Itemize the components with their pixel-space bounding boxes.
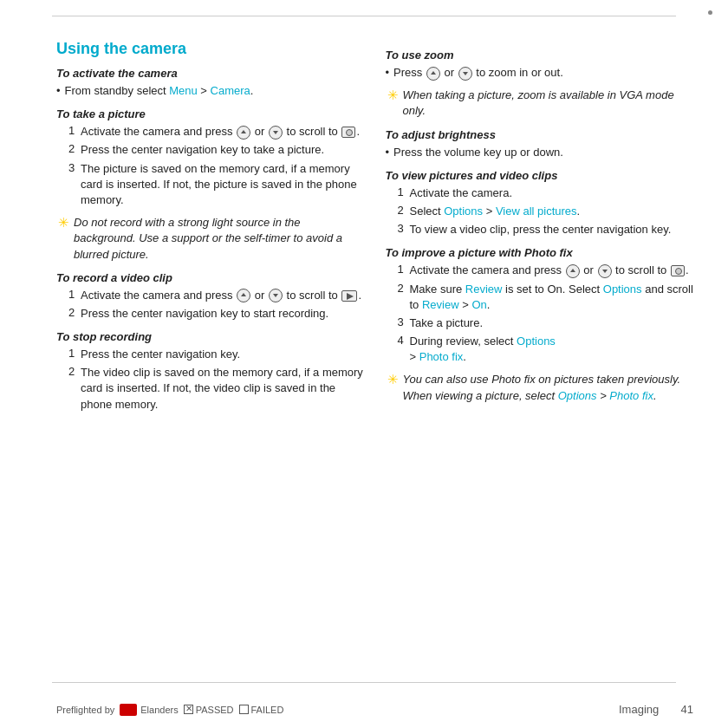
nav-down-icon-pf	[598, 264, 612, 278]
zoom-text: Press or to zoom in or out.	[393, 65, 693, 81]
stop-recording-1-text: Press the center navigation key.	[81, 347, 365, 362]
subsection-stop-recording: To stop recording	[56, 330, 365, 343]
activate-text: From standby select Menu > Camera.	[65, 83, 365, 99]
record-video-1-text: Activate the camera and press or to scro…	[81, 288, 365, 303]
stop-recording-1: 1 Press the center navigation key.	[68, 347, 365, 362]
footer-left: Preflighted by Elanders PASSED FAILED	[56, 704, 283, 716]
nav-up-icon	[237, 126, 250, 140]
num-vp-2: 2	[398, 204, 410, 217]
top-border	[52, 16, 676, 16]
num-1: 1	[68, 124, 81, 137]
camera-icon-pf	[671, 265, 685, 276]
elanders-icon	[120, 704, 137, 716]
bottom-border	[52, 682, 676, 683]
photo-fix-1: 1 Activate the camera and press or to sc…	[398, 263, 694, 278]
passed-label: PASSED	[196, 705, 234, 715]
photo-fix-2: 2 Make sure Review is set to On. Select …	[398, 282, 694, 313]
page-container: Using the camera To activate the camera …	[0, 0, 728, 728]
failed-label: FAILED	[251, 705, 284, 715]
on-link: On	[471, 298, 486, 311]
view-pictures-1: 1 Activate the camera.	[398, 185, 694, 201]
num-pf-3: 3	[398, 315, 410, 328]
review-link: Review	[465, 283, 503, 296]
num-rv-1: 1	[68, 288, 81, 301]
num-pf-2: 2	[398, 282, 410, 295]
view-pictures-list: 1 Activate the camera. 2 Select Options …	[398, 185, 694, 238]
camera-link: Camera	[211, 84, 250, 97]
stop-recording-list: 1 Press the center navigation key. 2 The…	[68, 347, 365, 413]
view-all-link: View all pictures	[496, 205, 577, 218]
record-video-1: 1 Activate the camera and press or to sc…	[68, 288, 365, 303]
record-video-2: 2 Press the center navigation key to sta…	[68, 306, 365, 322]
bullet-brightness: • Press the volume key up or down.	[386, 145, 694, 160]
subsection-photo-fix: To improve a picture with Photo fix	[386, 246, 694, 259]
corner-dot	[708, 10, 712, 15]
photo-fix-1-text: Activate the camera and press or to scro…	[410, 263, 694, 278]
failed-box: FAILED	[239, 705, 284, 715]
record-video-list: 1 Activate the camera and press or to sc…	[68, 288, 365, 322]
preflighted-label: Preflighted by	[56, 705, 114, 715]
bullet-dot: •	[56, 84, 61, 97]
take-picture-2-text: Press the center navigation key to take …	[81, 142, 365, 158]
photo-fix-3-text: Take a picture.	[410, 315, 694, 331]
section-title: Using the camera	[56, 40, 365, 58]
photo-fix-4-text: During review, select Options> Photo fix…	[410, 334, 694, 365]
view-pictures-3: 3 To view a video clip, press the center…	[398, 222, 694, 237]
take-picture-list: 1 Activate the camera and press or to sc…	[68, 124, 365, 208]
view-pictures-3-text: To view a video clip, press the center n…	[410, 222, 694, 237]
subsection-use-zoom: To use zoom	[386, 49, 694, 62]
record-video-2-text: Press the center navigation key to start…	[81, 306, 365, 322]
passed-box: PASSED	[184, 705, 234, 715]
photo-fix-4: 4 During review, select Options> Photo f…	[398, 334, 694, 365]
video-icon	[341, 290, 357, 302]
tip-icon-zoom: ✳	[387, 88, 399, 101]
num-rv-2: 2	[68, 306, 81, 319]
tip-zoom: ✳ When taking a picture, zoom is availab…	[386, 88, 694, 119]
elanders-label: Elanders	[140, 705, 178, 715]
num-2: 2	[68, 142, 81, 155]
photo-fix-list: 1 Activate the camera and press or to sc…	[398, 263, 694, 365]
elanders-logo: Elanders	[120, 704, 178, 716]
subsection-brightness: To adjust brightness	[386, 128, 694, 141]
take-picture-1: 1 Activate the camera and press or to sc…	[68, 124, 365, 140]
nav-down-icon-rv	[269, 289, 283, 302]
footer: Preflighted by Elanders PASSED FAILED Im…	[56, 703, 693, 716]
photo-fix-2-text: Make sure Review is set to On. Select Op…	[410, 282, 694, 313]
take-picture-3: 3 The picture is saved on the memory car…	[68, 161, 365, 209]
bullet-zoom: • Press or to zoom in or out.	[386, 65, 694, 81]
options-link-tip: Options	[558, 389, 597, 402]
bullet-dot-zoom: •	[386, 66, 390, 79]
options-link-pf: Options	[603, 283, 642, 296]
num-pf-1: 1	[398, 263, 410, 276]
nav-down-icon	[269, 126, 283, 140]
num-vp-1: 1	[398, 185, 410, 198]
subsection-activate-camera: To activate the camera	[56, 67, 365, 80]
view-pictures-2: 2 Select Options > View all pictures.	[398, 204, 694, 219]
tip-photofix-text: You can also use Photo fix on pictures t…	[403, 372, 694, 403]
on-text: On	[547, 283, 562, 296]
take-picture-2: 2 Press the center navigation key to tak…	[68, 142, 365, 158]
stop-recording-2-text: The video clip is saved on the memory ca…	[81, 365, 365, 413]
camera-icon	[341, 127, 355, 138]
section-label: Imaging	[619, 703, 659, 716]
tip-icon-light: ✳	[58, 216, 69, 229]
subsection-view-pictures: To view pictures and video clips	[386, 169, 694, 182]
main-content: Using the camera To activate the camera …	[56, 31, 693, 676]
photo-fix-3: 3 Take a picture.	[398, 315, 694, 331]
photofix-link-tip: Photo fix	[609, 389, 653, 402]
tip-zoom-text: When taking a picture, zoom is available…	[403, 88, 694, 119]
subsection-take-picture: To take a picture	[56, 107, 365, 120]
left-column: Using the camera To activate the camera …	[56, 31, 365, 676]
failed-checkbox	[239, 705, 249, 714]
passed-checkbox	[184, 705, 193, 714]
subsection-record-video: To record a video clip	[56, 271, 365, 284]
right-column: To use zoom • Press or to zoom in or out…	[386, 31, 694, 676]
brightness-text: Press the volume key up or down.	[393, 145, 693, 160]
options-link-vp: Options	[444, 205, 483, 218]
num-vp-3: 3	[398, 222, 410, 235]
take-picture-3-text: The picture is saved on the memory card,…	[81, 161, 365, 209]
tip-light-text: Do not record with a strong light source…	[74, 215, 365, 263]
photofix-link: Photo fix	[419, 350, 464, 363]
take-picture-1-text: Activate the camera and press or to scro…	[81, 124, 365, 140]
menu-link: Menu	[169, 84, 198, 97]
